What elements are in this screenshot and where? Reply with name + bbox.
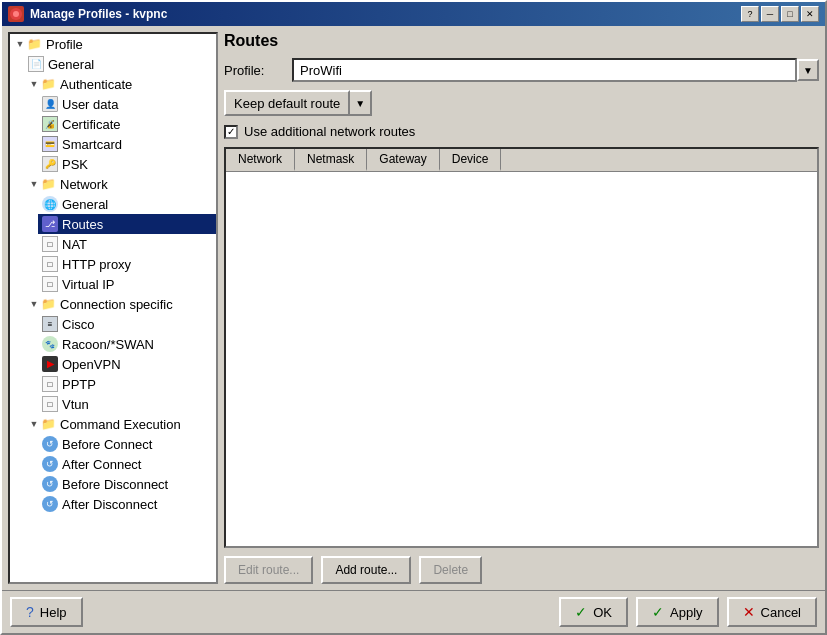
tree-label-beforedisconnect: Before Disconnect [62,477,168,492]
expand-cmd-icon: ▼ [28,418,40,430]
tree-item-racoon[interactable]: 🐾 Racoon/*SWAN [38,334,216,354]
tree-label-psk: PSK [62,157,88,172]
route-dropdown-main[interactable]: Keep default route [224,90,350,116]
folder-icon-cmd: 📁 [40,416,56,432]
route-action-row: Edit route... Add route... Delete [224,556,819,584]
vtun-icon: □ [42,396,58,412]
tree-item-cisco[interactable]: ≡ Cisco [38,314,216,334]
titlebar: Manage Profiles - kvpnc ? ─ □ ✕ [2,2,825,26]
tree-item-userdata[interactable]: 👤 User data [38,94,216,114]
ok-button[interactable]: ✓ OK [559,597,628,627]
tree-label-connection: Connection specific [60,297,173,312]
tree-item-routes[interactable]: ⎇ Routes [38,214,216,234]
ok-check-icon: ✓ [575,604,587,620]
add-route-button[interactable]: Add route... [321,556,411,584]
racoon-icon: 🐾 [42,336,58,352]
tree-item-profile[interactable]: ▼ 📁 Profile [10,34,216,54]
tree-item-certificate[interactable]: 🔏 Certificate [38,114,216,134]
tab-device[interactable]: Device [440,149,502,171]
content-area: ▼ 📁 Profile 📄 General ▼ 📁 Authenticate 👤… [2,26,825,590]
person-icon: 👤 [42,96,58,112]
routes-table-body [226,172,817,546]
help-window-button[interactable]: ? [741,6,759,22]
cert-icon: 🔏 [42,116,58,132]
folder-icon-auth: 📁 [40,76,56,92]
apply-check-icon: ✓ [652,604,664,620]
expand-network-icon: ▼ [28,178,40,190]
tab-gateway[interactable]: Gateway [367,149,439,171]
checkbox-label: Use additional network routes [244,124,415,139]
tree-label-racoon: Racoon/*SWAN [62,337,154,352]
tree-label-pptp: PPTP [62,377,96,392]
route-dropdown-arrow[interactable]: ▼ [350,90,372,116]
psk-icon: 🔑 [42,156,58,172]
tree-item-openvpn[interactable]: ▶ OpenVPN [38,354,216,374]
tree-item-cmdexec[interactable]: ▼ 📁 Command Execution [24,414,216,434]
tree-item-connection[interactable]: ▼ 📁 Connection specific [24,294,216,314]
delete-button[interactable]: Delete [419,556,482,584]
tree-label-openvpn: OpenVPN [62,357,121,372]
tree-label-nat: NAT [62,237,87,252]
cmd-icon-bc: ↺ [42,436,58,452]
cancel-button[interactable]: ✕ Cancel [727,597,817,627]
bottom-bar: ? Help ✓ OK ✓ Apply ✕ Cancel [2,590,825,633]
tree-item-afterconnect[interactable]: ↺ After Connect [38,454,216,474]
tree-item-smartcard[interactable]: 💳 Smartcard [38,134,216,154]
expand-auth-icon: ▼ [28,78,40,90]
tree-item-net-general[interactable]: 🌐 General [38,194,216,214]
maximize-button[interactable]: □ [781,6,799,22]
tree-label-net-general: General [62,197,108,212]
globe-icon: 🌐 [42,196,58,212]
tree-item-general[interactable]: 📄 General [24,54,216,74]
pptp-icon: □ [42,376,58,392]
tree-item-psk[interactable]: 🔑 PSK [38,154,216,174]
tree-label-certificate: Certificate [62,117,121,132]
tree-item-nat[interactable]: □ NAT [38,234,216,254]
tree-item-httpproxy[interactable]: □ HTTP proxy [38,254,216,274]
tree-label-afterdisconnect: After Disconnect [62,497,157,512]
tree-label-vtun: Vtun [62,397,89,412]
tree-item-authenticate[interactable]: ▼ 📁 Authenticate [24,74,216,94]
routes-table-header: Network Netmask Gateway Device [226,149,817,172]
page-icon: 📄 [28,56,44,72]
tree-label-beforeconnect: Before Connect [62,437,152,452]
right-panel: Routes Profile: ProWifi ▼ Keep default r… [218,26,825,590]
edit-route-button[interactable]: Edit route... [224,556,313,584]
profile-dropdown-button[interactable]: ▼ [797,59,819,81]
tree-item-beforeconnect[interactable]: ↺ Before Connect [38,434,216,454]
card-icon: 💳 [42,136,58,152]
cisco-icon: ≡ [42,316,58,332]
cmd-icon-ad: ↺ [42,496,58,512]
tree-item-pptp[interactable]: □ PPTP [38,374,216,394]
profile-row: Profile: ProWifi ▼ [224,58,819,82]
nat-icon: □ [42,236,58,252]
tree-panel: ▼ 📁 Profile 📄 General ▼ 📁 Authenticate 👤… [8,32,218,584]
tree-item-virtualip[interactable]: □ Virtual IP [38,274,216,294]
panel-title: Routes [224,32,819,50]
additional-routes-checkbox[interactable]: ✓ [224,125,238,139]
tree-label-network: Network [60,177,108,192]
tree-label-authenticate: Authenticate [60,77,132,92]
svg-point-1 [13,11,19,17]
help-button[interactable]: ? Help [10,597,83,627]
tab-network[interactable]: Network [226,149,295,171]
tree-item-beforedisconnect[interactable]: ↺ Before Disconnect [38,474,216,494]
folder-icon-conn: 📁 [40,296,56,312]
profile-combo-value[interactable]: ProWifi [292,58,797,82]
vip-icon: □ [42,276,58,292]
tree-item-afterdisconnect[interactable]: ↺ After Disconnect [38,494,216,514]
routes-table-container: Network Netmask Gateway Device [224,147,819,548]
tree-item-vtun[interactable]: □ Vtun [38,394,216,414]
app-icon [8,6,24,22]
tree-label-cmdexec: Command Execution [60,417,181,432]
tree-label-virtualip: Virtual IP [62,277,115,292]
minimize-button[interactable]: ─ [761,6,779,22]
profile-select: ProWifi ▼ [292,58,819,82]
cancel-x-icon: ✕ [743,604,755,620]
close-button[interactable]: ✕ [801,6,819,22]
tab-netmask[interactable]: Netmask [295,149,367,171]
folder-icon: 📁 [26,36,42,52]
tree-item-network[interactable]: ▼ 📁 Network [24,174,216,194]
tree-label-general: General [48,57,94,72]
apply-button[interactable]: ✓ Apply [636,597,719,627]
